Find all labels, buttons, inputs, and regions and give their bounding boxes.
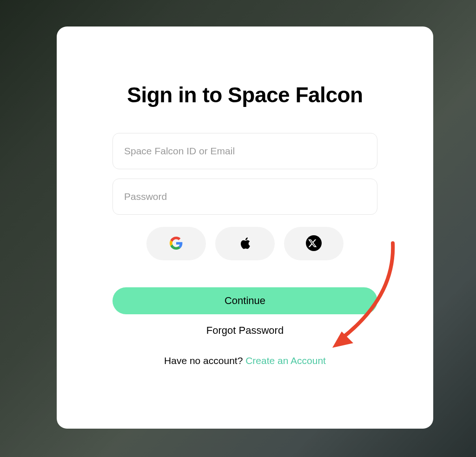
no-account-text: Have no account? (164, 355, 245, 366)
social-login-row (146, 227, 344, 260)
x-icon (306, 235, 322, 252)
x-login-button[interactable] (284, 227, 344, 260)
create-account-link[interactable]: Create an Account (245, 355, 326, 366)
forgot-password-link[interactable]: Forgot Password (206, 325, 284, 337)
google-login-button[interactable] (146, 227, 206, 260)
create-account-row: Have no account? Create an Account (164, 355, 326, 366)
id-email-input[interactable] (112, 133, 377, 169)
google-icon (170, 237, 183, 251)
apple-icon (239, 237, 251, 251)
apple-login-button[interactable] (215, 227, 275, 260)
password-input[interactable] (112, 179, 377, 215)
continue-button[interactable]: Continue (112, 287, 377, 314)
signin-modal: Sign in to Space Falcon (57, 26, 433, 429)
signin-title: Sign in to Space Falcon (127, 82, 363, 107)
svg-point-0 (306, 235, 322, 251)
